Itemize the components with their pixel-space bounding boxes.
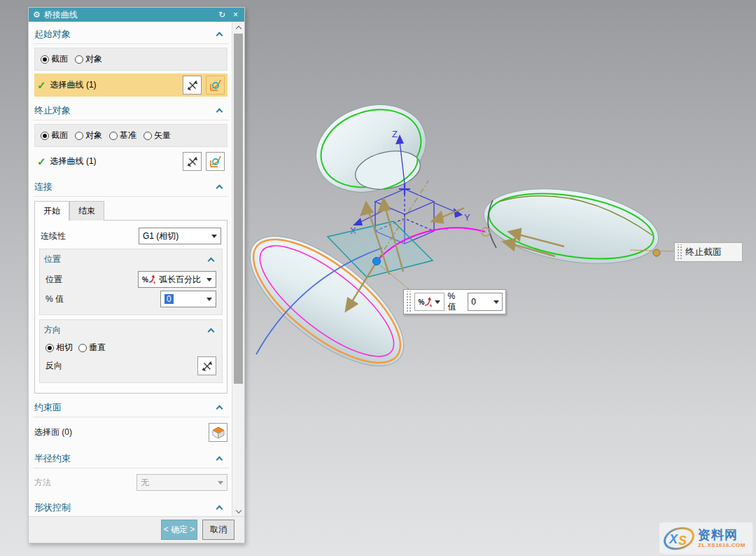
collapse-chevron-icon[interactable] (216, 405, 223, 412)
dropdown-caret-icon (435, 300, 440, 304)
subgroup-title: 方向 (44, 324, 61, 336)
radio-label: 垂直 (89, 342, 106, 354)
dialog-titlebar[interactable]: ⚙ 桥接曲线 ↻ × (29, 8, 244, 22)
percent-value-input[interactable]: 0 (160, 291, 216, 307)
dropdown-caret-icon (218, 481, 223, 485)
reverse-direction-button[interactable] (197, 356, 216, 375)
mini-percent-label: % 值 (447, 291, 465, 313)
dialog-form: 起始对象 截面 对象 ✓ 选择曲线 (1) (29, 22, 232, 516)
radio-dot (109, 132, 118, 140)
radio-label: 截面 (51, 130, 68, 141)
tag-drag-handle[interactable] (676, 244, 682, 260)
dialog-footer: < 确定 > 取消 (29, 516, 244, 543)
subgroup-title: 位置 (44, 253, 61, 265)
percent-value-label: % 值 (46, 293, 64, 305)
select-face-label: 选择面 (0) (34, 426, 72, 438)
close-button[interactable]: × (231, 11, 240, 19)
svg-text:S: S (678, 534, 687, 548)
radio-label: 截面 (51, 53, 68, 65)
x-axis-arrowhead (353, 218, 363, 225)
connection-tabs: 开始 结束 (34, 201, 227, 221)
right-ellipsoid-body[interactable] (479, 178, 674, 274)
section-start-object-header[interactable]: 起始对象 (33, 25, 229, 44)
end-select-curve-row[interactable]: ✓ 选择曲线 (1) (34, 150, 227, 173)
end-section-tag[interactable]: 终止截面 (674, 242, 743, 262)
tab-start[interactable]: 开始 (34, 201, 69, 221)
left-ellipsoid-body[interactable] (230, 214, 433, 389)
section-title: 约束面 (34, 401, 62, 414)
section-shape-control-header[interactable]: 形状控制 (33, 498, 229, 516)
start-select-curve-row[interactable]: ✓ 选择曲线 (1) (34, 74, 227, 97)
collapse-chevron-icon[interactable] (216, 32, 223, 39)
collapse-chevron-icon[interactable] (216, 185, 223, 192)
arc-percent-icon: % (142, 274, 155, 284)
radio-direction-tangent[interactable]: 相切 (46, 342, 73, 354)
section-constraint-face-header[interactable]: 约束面 (33, 398, 229, 417)
scrollbar-track[interactable] (232, 32, 244, 506)
position-method-dropdown[interactable]: % 弧长百分比 (138, 271, 216, 288)
start-object-type-group: 截面 对象 (34, 48, 227, 71)
dropdown-caret-icon (206, 278, 212, 282)
radio-dot (78, 344, 87, 352)
radio-start-object[interactable]: 对象 (75, 53, 102, 65)
section-radius-constraint-header[interactable]: 半径约束 (33, 449, 229, 468)
section-connection-header[interactable]: 连接 (33, 177, 229, 197)
collapse-chevron-icon[interactable] (216, 506, 223, 513)
collapse-chevron-icon[interactable] (208, 328, 215, 335)
scroll-up-button[interactable] (232, 22, 244, 32)
ok-button[interactable]: < 确定 > (161, 520, 197, 540)
collapse-chevron-icon[interactable] (216, 457, 223, 464)
dialog-scrollbar[interactable] (232, 22, 244, 516)
collapse-chevron-icon[interactable] (208, 257, 215, 264)
end-section-tag-label: 终止截面 (685, 246, 722, 258)
end-tip-point[interactable] (653, 249, 660, 256)
radio-end-datum[interactable]: 基准 (109, 130, 136, 141)
section-end-object-header[interactable]: 终止对象 (33, 101, 229, 120)
section-title: 终止对象 (34, 104, 71, 117)
section-title: 起始对象 (34, 28, 71, 41)
scroll-down-button[interactable] (232, 506, 244, 516)
radio-end-section[interactable]: 截面 (41, 130, 68, 141)
cancel-button[interactable]: 取消 (202, 520, 234, 540)
select-curve-label: 选择曲线 (1) (50, 155, 178, 167)
radio-dot (41, 132, 49, 140)
watermark-brand: 资料网 (698, 529, 746, 541)
reset-button[interactable]: ↻ (216, 11, 227, 19)
watermark: X S 资料网 ZL.XS1616.COM (659, 522, 752, 554)
select-curve-label: 选择曲线 (1) (50, 79, 178, 91)
check-icon: ✓ (37, 79, 46, 92)
chevron-up-icon (235, 25, 241, 31)
curve-rule-button[interactable] (206, 76, 225, 95)
start-drag-point[interactable] (373, 258, 381, 265)
scrollbar-thumb[interactable] (234, 34, 243, 384)
radio-start-section[interactable]: 截面 (41, 53, 68, 65)
mini-percent-input[interactable]: 0 (468, 293, 503, 311)
toolbar-drag-handle[interactable] (405, 291, 412, 312)
chevron-down-icon (235, 507, 241, 513)
radio-dot (46, 344, 54, 352)
deselect-swap-button[interactable] (183, 152, 202, 171)
axis-label-y: Y (464, 212, 470, 223)
position-mode-button[interactable]: % (414, 293, 445, 311)
collapse-chevron-icon[interactable] (216, 109, 223, 116)
radio-direction-normal[interactable]: 垂直 (78, 342, 106, 354)
continuity-label: 连续性 (41, 230, 66, 242)
direction-subgroup-header[interactable]: 方向 (44, 323, 218, 339)
radio-end-vector[interactable]: 矢量 (144, 130, 171, 141)
curve-rule-button[interactable] (206, 152, 225, 171)
gear-icon: ⚙ (33, 10, 41, 20)
radio-dot (75, 132, 83, 140)
tab-end[interactable]: 结束 (69, 201, 104, 221)
deselect-swap-button[interactable] (183, 76, 202, 95)
application-window: Z X Y (0, 0, 756, 556)
arc-percent-icon: % (419, 297, 433, 307)
position-subgroup-header[interactable]: 位置 (44, 252, 218, 268)
top-ellipsoid-body[interactable] (304, 91, 437, 206)
continuity-dropdown[interactable]: G1 (相切) (139, 228, 221, 244)
radio-end-object[interactable]: 对象 (75, 130, 102, 141)
watermark-url: ZL.XS1616.COM (698, 543, 746, 548)
select-face-button[interactable] (209, 423, 227, 442)
axis-label-z: Z (392, 129, 398, 139)
radius-method-label: 方法 (34, 477, 51, 489)
section-title: 形状控制 (34, 501, 71, 514)
